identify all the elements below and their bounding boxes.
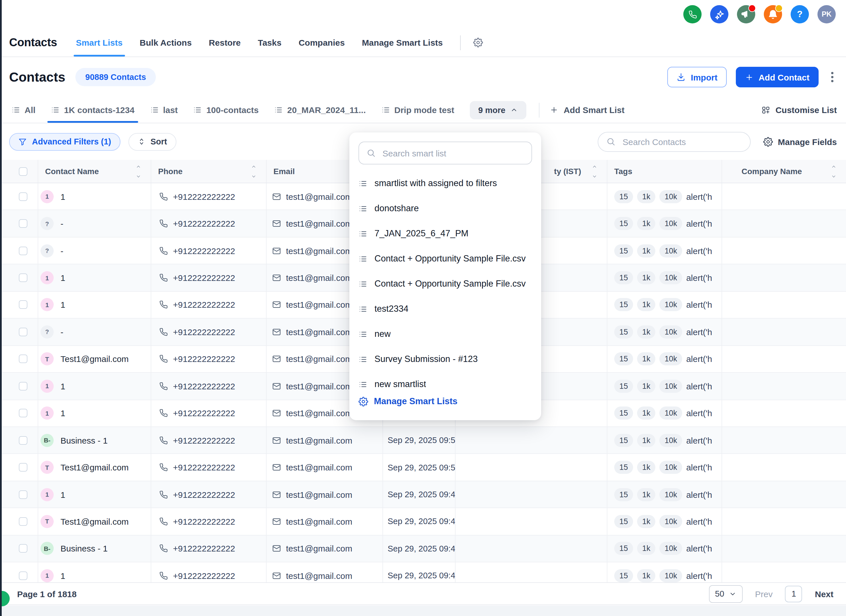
tab-drip-mode-test[interactable]: Drip mode test [381,97,454,123]
column-header-phone[interactable]: Phone [151,160,266,183]
tag-badge[interactable]: 1k [637,353,656,366]
tab-1k-contacts-1234[interactable]: 1K contacts-1234 [51,97,134,123]
import-button[interactable]: Import [667,67,726,87]
page-size-select[interactable]: 50 [709,585,742,603]
tag-badge[interactable]: 10k [659,190,683,203]
tag-badge[interactable]: 1k [637,244,656,257]
sparkles-icon[interactable] [710,5,728,24]
smartlist-option[interactable]: 7_JAN_2025_6_47_PM [350,221,541,246]
tag-badge[interactable]: 1k [637,380,656,393]
row-checkbox[interactable] [19,273,27,282]
tag-badge[interactable]: 1k [637,271,656,284]
tag-badge[interactable]: 10k [659,488,683,501]
table-row[interactable]: B-Business - 1+912222222222test1@gmail.c… [0,535,846,562]
cell-contact-name[interactable]: ?- [38,238,151,264]
tag-badge[interactable]: 10k [659,271,683,284]
advanced-filters-button[interactable]: Advanced Filters (1) [9,133,120,150]
table-row[interactable]: B-Business - 1+912222222222test1@gmail.c… [0,427,846,454]
column-header-contact-name[interactable]: Contact Name [38,160,151,183]
tag-badge[interactable]: 15 [614,461,633,474]
tag-badge[interactable]: 10k [659,380,683,393]
column-header-company-name[interactable]: Company Name [721,160,846,183]
search-contacts-input[interactable] [621,136,742,147]
tag-badge[interactable]: 15 [614,542,633,555]
cell-contact-name[interactable]: 11 [38,183,151,210]
select-all-checkbox[interactable] [19,167,27,176]
tag-badge[interactable]: 1k [637,434,656,447]
table-row[interactable]: TTest1@gmail.com+912222222222test1@gmail… [0,454,846,481]
tag-badge[interactable]: 1k [637,461,656,474]
sort-toggle-icon[interactable] [135,165,142,178]
table-row[interactable]: 11+912222222222test1@gmail.comSep 29, 20… [0,481,846,509]
row-checkbox[interactable] [19,355,27,363]
tag-badge[interactable]: 1k [637,542,656,555]
tag-badge[interactable]: 10k [659,434,683,447]
prev-page-button[interactable]: Prev [752,589,776,598]
tag-badge[interactable]: 10k [659,542,683,555]
nav-item-bulk-actions[interactable]: Bulk Actions [140,29,191,56]
tag-badge[interactable]: 1k [637,515,656,528]
row-checkbox[interactable] [19,572,27,580]
nav-item-smart-lists[interactable]: Smart Lists [76,29,122,56]
row-checkbox[interactable] [19,436,27,444]
avatar[interactable]: PK [817,5,836,24]
cell-contact-name[interactable]: B-Business - 1 [38,427,151,454]
tag-badge[interactable]: 15 [614,244,633,257]
cell-contact-name[interactable]: 11 [38,265,151,291]
smartlist-option[interactable]: Survey Submission - #123 [350,347,541,372]
sort-button[interactable]: Sort [128,133,176,150]
cell-contact-name[interactable]: B-Business - 1 [38,535,151,562]
megaphone-icon[interactable] [737,5,755,24]
tag-badge[interactable]: 1k [637,569,656,582]
smartlist-option[interactable]: smartlist with assigned to filters [350,171,541,196]
tab-100-contacts[interactable]: 100-contacts [193,97,258,123]
smartlist-option[interactable]: donotshare [350,196,541,221]
phone-icon[interactable] [683,5,702,24]
tag-badge[interactable]: 1k [637,190,656,203]
cell-contact-name[interactable]: TTest1@gmail.com [38,509,151,535]
sort-toggle-icon[interactable] [251,165,257,178]
tag-badge[interactable]: 10k [659,325,683,338]
row-checkbox[interactable] [19,219,27,228]
search-contacts-field[interactable] [598,132,751,151]
row-checkbox[interactable] [19,463,27,472]
bell-icon[interactable] [764,5,782,24]
row-checkbox[interactable] [19,382,27,391]
tag-badge[interactable]: 15 [614,353,633,366]
nav-item-companies[interactable]: Companies [298,29,345,56]
row-checkbox[interactable] [19,301,27,309]
settings-gear-icon[interactable] [473,38,483,47]
tag-badge[interactable]: 15 [614,190,633,203]
tag-badge[interactable]: 10k [659,515,683,528]
cell-contact-name[interactable]: 11 [38,292,151,318]
tag-badge[interactable]: 15 [614,325,633,338]
manage-smart-lists-link[interactable]: Manage Smart Lists [358,396,458,406]
tab-last[interactable]: last [150,97,178,123]
smartlist-search-input[interactable] [381,148,524,159]
row-checkbox[interactable] [19,517,27,526]
sort-toggle-icon[interactable] [591,165,598,178]
add-smart-list-button[interactable]: Add Smart List [550,105,624,115]
cell-contact-name[interactable]: ?- [38,210,151,237]
cell-contact-name[interactable]: 11 [38,481,151,508]
smartlist-option[interactable]: new smartlist [350,372,541,397]
row-checkbox[interactable] [19,192,27,201]
help-icon[interactable]: ? [791,5,809,24]
tab-all[interactable]: All [12,97,35,123]
smartlist-search-field[interactable] [358,141,532,165]
tag-badge[interactable]: 10k [659,353,683,366]
tag-badge[interactable]: 1k [637,325,656,338]
smartlist-option[interactable]: test2334 [350,296,541,321]
tag-badge[interactable]: 15 [614,488,633,501]
cell-contact-name[interactable]: 11 [38,400,151,426]
cell-contact-name[interactable]: TTest1@gmail.com [38,454,151,481]
tag-badge[interactable]: 15 [614,380,633,393]
tag-badge[interactable]: 10k [659,569,683,582]
cell-contact-name[interactable]: 11 [38,373,151,399]
tag-badge[interactable]: 10k [659,298,683,312]
more-lists-button[interactable]: 9 more [470,101,527,119]
row-checkbox[interactable] [19,490,27,499]
add-contact-button[interactable]: Add Contact [736,67,819,87]
tag-badge[interactable]: 10k [659,244,683,257]
tag-badge[interactable]: 10k [659,406,683,420]
